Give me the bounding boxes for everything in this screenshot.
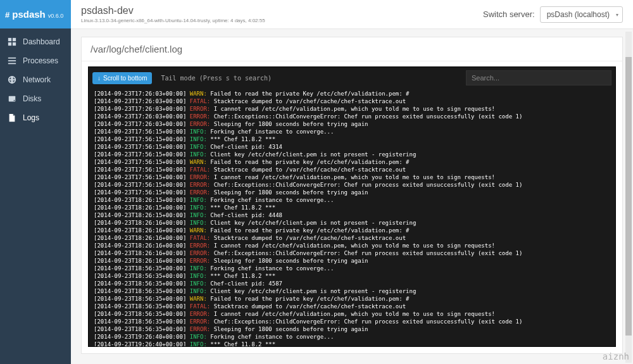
log-line: [2014-09-23T18:56:35+00:00] WARN: Failed…: [94, 295, 610, 303]
server-select[interactable]: psDash (localhost): [540, 6, 623, 23]
log-line: [2014-09-23T19:26:40+00:00] INFO: *** Ch…: [94, 341, 610, 346]
nav: DashboardProcessesNetworkDisksLogs: [0, 28, 71, 127]
topbar: psdash-dev Linux-3.13.0-34-generic-x86_6…: [71, 0, 633, 29]
network-icon: [8, 75, 16, 84]
log-line: [2014-09-23T18:26:16+00:00] ERROR: Sleep…: [94, 257, 610, 265]
svg-rect-3: [13, 42, 16, 46]
log-line: [2014-09-23T19:26:40+00:00] INFO: Forkin…: [94, 333, 610, 341]
log-line: [2014-09-23T17:26:03+00:00] ERROR: Sleep…: [94, 120, 610, 128]
log-line: [2014-09-23T18:56:35+00:00] FATAL: Stack…: [94, 303, 610, 310]
sidebar-item-processes[interactable]: Processes: [0, 51, 71, 70]
log-line: [2014-09-23T18:26:15+00:00] INFO: *** Ch…: [94, 204, 610, 211]
sidebar-item-disks[interactable]: Disks: [0, 89, 71, 108]
log-line: [2014-09-23T18:56:35+00:00] INFO: Client…: [94, 287, 610, 295]
sidebar-item-label: Processes: [23, 56, 58, 65]
log-panel: /var/log/chef/client.log ↓ Scroll to bot…: [81, 37, 623, 354]
disks-icon: [8, 94, 16, 103]
svg-rect-1: [13, 38, 16, 41]
server-select-value: psDash (localhost): [547, 10, 610, 19]
log-body[interactable]: [2014-09-23T17:26:03+00:00] WARN: Failed…: [89, 89, 615, 346]
switch-server-label: Switch server:: [483, 9, 535, 19]
scroll-to-bottom-button[interactable]: ↓ Scroll to bottom: [92, 72, 152, 84]
log-line: [2014-09-23T18:26:16+00:00] ERROR: Chef:…: [94, 249, 610, 257]
log-line: [2014-09-23T18:56:35+00:00] INFO: *** Ch…: [94, 272, 610, 280]
log-line: [2014-09-23T17:56:15+00:00] INFO: Forkin…: [94, 128, 610, 135]
brand-hash: #: [5, 10, 9, 20]
brand-version: v0.6.0: [48, 13, 64, 19]
scroll-to-bottom-label: Scroll to bottom: [103, 75, 147, 82]
log-line: [2014-09-23T18:56:35+00:00] ERROR: Chef:…: [94, 318, 610, 325]
sidebar-item-label: Disks: [23, 94, 41, 103]
log-line: [2014-09-23T17:26:03+00:00] ERROR: I can…: [94, 105, 610, 113]
sidebar-item-dashboard[interactable]: Dashboard: [0, 32, 71, 51]
log-line: [2014-09-23T17:56:15+00:00] INFO: Chef-c…: [94, 143, 610, 151]
arrow-down-icon: ↓: [97, 75, 101, 82]
watermark: aiznh: [603, 351, 629, 361]
brand-name: psdash: [12, 9, 46, 20]
page-title: psdash-dev: [81, 5, 483, 16]
log-toolbar: ↓ Scroll to bottom Tail mode (Press s to…: [89, 67, 615, 89]
log-line: [2014-09-23T18:56:35+00:00] ERROR: I can…: [94, 310, 610, 318]
log-line: [2014-09-23T17:56:15+00:00] ERROR: I can…: [94, 173, 610, 181]
svg-rect-6: [8, 63, 16, 65]
scrollbar[interactable]: [625, 32, 632, 363]
sidebar-item-network[interactable]: Network: [0, 70, 71, 89]
processes-icon: [8, 56, 16, 65]
svg-rect-4: [8, 58, 16, 59]
log-line: [2014-09-23T18:56:35+00:00] INFO: Chef-c…: [94, 280, 610, 287]
log-line: [2014-09-23T18:26:16+00:00] INFO: Client…: [94, 219, 610, 227]
logs-icon: [8, 113, 16, 122]
log-line: [2014-09-23T18:26:15+00:00] INFO: Forkin…: [94, 196, 610, 204]
log-line: [2014-09-23T17:56:15+00:00] ERROR: Chef:…: [94, 181, 610, 189]
page-subtitle: Linux-3.13.0-34-generic-x86_64-with-Ubun…: [81, 18, 483, 23]
log-container: ↓ Scroll to bottom Tail mode (Press s to…: [88, 66, 616, 347]
log-line: [2014-09-23T18:26:16+00:00] WARN: Failed…: [94, 227, 610, 234]
log-line: [2014-09-23T18:26:15+00:00] INFO: Chef-c…: [94, 211, 610, 219]
log-line: [2014-09-23T17:26:03+00:00] FATAL: Stack…: [94, 97, 610, 105]
svg-rect-5: [8, 60, 16, 61]
svg-rect-2: [8, 42, 11, 46]
sidebar-item-label: Dashboard: [23, 37, 60, 46]
dashboard-icon: [8, 37, 16, 46]
tail-mode-label: Tail mode (Press s to search): [161, 75, 272, 82]
log-line: [2014-09-23T18:56:35+00:00] ERROR: Sleep…: [94, 325, 610, 333]
scrollbar-thumb[interactable]: [625, 57, 632, 336]
search-input[interactable]: [466, 70, 611, 85]
log-line: [2014-09-23T17:26:03+00:00] ERROR: Chef:…: [94, 113, 610, 120]
log-line: [2014-09-23T18:26:16+00:00] FATAL: Stack…: [94, 234, 610, 242]
svg-point-9: [14, 100, 15, 101]
log-line: [2014-09-23T17:26:03+00:00] WARN: Failed…: [94, 90, 610, 97]
svg-rect-0: [8, 38, 11, 41]
log-line: [2014-09-23T17:56:15+00:00] WARN: Failed…: [94, 158, 610, 166]
log-line: [2014-09-23T17:56:15+00:00] INFO: Client…: [94, 151, 610, 158]
brand[interactable]: # psdash v0.6.0: [0, 0, 71, 28]
sidebar-item-label: Logs: [23, 113, 39, 122]
sidebar: # psdash v0.6.0 DashboardProcessesNetwor…: [0, 0, 71, 364]
log-line: [2014-09-23T17:56:15+00:00] FATAL: Stack…: [94, 166, 610, 173]
sidebar-item-label: Network: [23, 75, 51, 84]
log-line: [2014-09-23T17:56:15+00:00] INFO: *** Ch…: [94, 135, 610, 143]
log-line: [2014-09-23T18:26:16+00:00] ERROR: I can…: [94, 242, 610, 249]
content: /var/log/chef/client.log ↓ Scroll to bot…: [71, 29, 633, 364]
log-line: [2014-09-23T18:56:35+00:00] INFO: Forkin…: [94, 265, 610, 272]
log-panel-title: /var/log/chef/client.log: [82, 37, 622, 61]
sidebar-item-logs[interactable]: Logs: [0, 108, 71, 127]
log-line: [2014-09-23T17:56:15+00:00] ERROR: Sleep…: [94, 189, 610, 196]
